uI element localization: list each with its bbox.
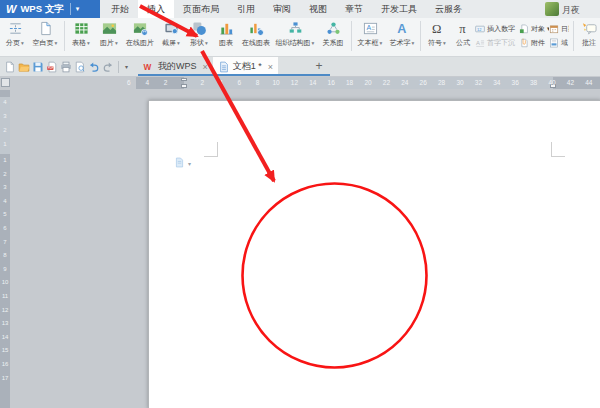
ruler-number: 2	[201, 79, 205, 86]
blank-page-icon	[38, 20, 53, 37]
pdf-icon: PDF	[46, 61, 58, 73]
ribbon-button-wordart[interactable]: A艺术字▾	[386, 18, 418, 48]
ruler-number: 9	[0, 266, 10, 272]
wps-menu-button[interactable]: W WPS 文字 ▾	[0, 0, 100, 18]
ruler-number: 12	[291, 79, 298, 86]
page-helper-widget[interactable]: ▾	[174, 154, 191, 172]
ribbon-button-relation-diagram[interactable]: 关系图	[317, 18, 349, 47]
blank-page-icon	[38, 21, 53, 36]
comment-icon	[582, 20, 597, 37]
close-icon[interactable]: ×	[203, 62, 208, 72]
print-preview-button[interactable]	[73, 59, 87, 74]
ribbon-button-insert-number[interactable]: 12插入数字	[475, 24, 519, 34]
ribbon-button-online-picture[interactable]: 在线图片	[123, 18, 157, 47]
shapes-icon	[192, 20, 207, 37]
ribbon-label: 首字下沉	[487, 38, 515, 48]
new-tab-button[interactable]: +	[312, 59, 326, 74]
ruler-number: 14	[309, 79, 316, 86]
preview-icon	[74, 61, 86, 73]
menu-tab-章节[interactable]: 章节	[336, 0, 372, 18]
user-name[interactable]: 月夜	[562, 4, 600, 16]
ribbon-button-blank-page[interactable]: 空白页▾	[28, 18, 62, 48]
chevron-down-icon: ▾	[55, 40, 58, 46]
ribbon-divider	[64, 21, 65, 51]
user-avatar[interactable]	[545, 2, 559, 16]
ruler-number: 1	[0, 141, 10, 147]
ruler-number: 4	[145, 79, 149, 86]
chevron-down-icon[interactable]: ▾	[70, 3, 80, 15]
ribbon-button-field[interactable]: 域	[549, 38, 569, 48]
export-pdf-button[interactable]: PDF	[45, 59, 59, 74]
menu-tab-审阅[interactable]: 审阅	[264, 0, 300, 18]
ribbon-button-picture[interactable]: 图片▾	[95, 18, 123, 48]
chevron-down-icon: ▾	[87, 40, 90, 46]
ribbon-small-row: 12插入数字对象 ▾日期	[475, 22, 571, 36]
first-line-indent-marker[interactable]	[181, 78, 187, 81]
menu-tab-插入[interactable]: 插入	[138, 0, 174, 18]
open-button[interactable]	[17, 59, 31, 74]
ruler-number: 4	[0, 99, 10, 105]
ribbon-label: 在线图表	[242, 38, 270, 47]
menu-tab-开始[interactable]: 开始	[102, 0, 138, 18]
relation-icon	[326, 20, 341, 37]
ruler-number: 4	[219, 79, 223, 86]
ribbon-button-shapes[interactable]: 形状▾	[185, 18, 213, 48]
menu-tab-引用[interactable]: 引用	[228, 0, 264, 18]
ribbon-label: 空白页▾	[33, 38, 58, 48]
textbox-icon: A	[363, 21, 378, 36]
document-tab-label: 文档1 *	[233, 60, 262, 73]
left-indent-marker[interactable]	[181, 84, 187, 88]
symbol-icon: Ω	[430, 20, 445, 37]
ribbon-button-comment[interactable]: 批注	[576, 18, 600, 47]
svg-text:A: A	[476, 40, 480, 46]
ribbon-button-symbol[interactable]: Ω符号▾	[423, 18, 451, 48]
online-chart-icon	[249, 20, 264, 37]
ruler-number: 2	[164, 79, 168, 86]
ruler-corner-box[interactable]	[1, 78, 10, 87]
ribbon-button-screenshot[interactable]: 截屏▾	[157, 18, 185, 48]
menu-tab-页面布局[interactable]: 页面布局	[174, 0, 228, 18]
new-doc-button[interactable]	[3, 59, 17, 74]
ruler-number: 16	[328, 79, 335, 86]
quick-toolbar-options-caret[interactable]: ▾	[122, 63, 131, 70]
ribbon-button-formula[interactable]: π公式	[451, 18, 475, 47]
ribbon-label: 图表	[219, 38, 233, 47]
ribbon-button-date[interactable]: 日期	[549, 24, 569, 34]
ribbon-button-object[interactable]: 对象 ▾	[519, 24, 549, 34]
wps-writer-window: W WPS 文字 ▾ 开始插入页面布局引用审阅视图章节开发工具云服务 月夜 分页…	[0, 0, 600, 408]
shapes-icon	[192, 21, 207, 36]
ruler-number: 6	[237, 79, 241, 86]
ribbon-button-drop-cap: A首字下沉	[475, 38, 519, 48]
menu-tab-云服务[interactable]: 云服务	[426, 0, 471, 18]
vertical-ruler[interactable]: 43211234567891011121314151617	[0, 90, 10, 408]
menu-tab-开发工具[interactable]: 开发工具	[372, 0, 426, 18]
page-helper-doc-icon[interactable]	[174, 154, 185, 172]
ribbon-button-chart[interactable]: 图表	[213, 18, 239, 47]
ruler-number: 2	[0, 127, 10, 133]
ribbon-tab-strip: 开始插入页面布局引用审阅视图章节开发工具云服务	[102, 0, 471, 18]
ruler-number: 14	[0, 334, 10, 340]
ribbon-label: 符号▾	[428, 38, 446, 48]
ribbon-button-attachment[interactable]: 附件	[519, 38, 549, 48]
ribbon-button-online-chart[interactable]: 在线图表	[239, 18, 273, 47]
ruler-number: 3	[0, 184, 10, 190]
ribbon-button-org-chart[interactable]: 组织结构图▾	[273, 18, 317, 48]
ribbon-button-text-box[interactable]: A文本框▾	[354, 18, 386, 48]
ruler-number: 5	[0, 211, 10, 217]
org-chart-icon	[288, 20, 303, 37]
print-button[interactable]	[59, 59, 73, 74]
chevron-down-icon: ▾	[177, 40, 180, 46]
save-button[interactable]	[31, 59, 45, 74]
ribbon-button-table[interactable]: 表格▾	[67, 18, 95, 48]
chevron-down-icon[interactable]: ▾	[188, 160, 191, 167]
horizontal-ruler[interactable]: 6422468101214161820222426283032343638404…	[136, 77, 600, 89]
undo-button[interactable]	[87, 59, 101, 74]
chevron-down-icon: ▾	[205, 40, 208, 46]
redo-button[interactable]	[101, 59, 115, 74]
ribbon-button-page-break[interactable]: 分页▾	[2, 18, 28, 48]
close-icon[interactable]: ×	[268, 62, 273, 72]
ruler-number: 32	[475, 79, 482, 86]
svg-text:A: A	[366, 24, 371, 31]
float-doc-icon	[174, 157, 185, 168]
menu-tab-视图[interactable]: 视图	[300, 0, 336, 18]
